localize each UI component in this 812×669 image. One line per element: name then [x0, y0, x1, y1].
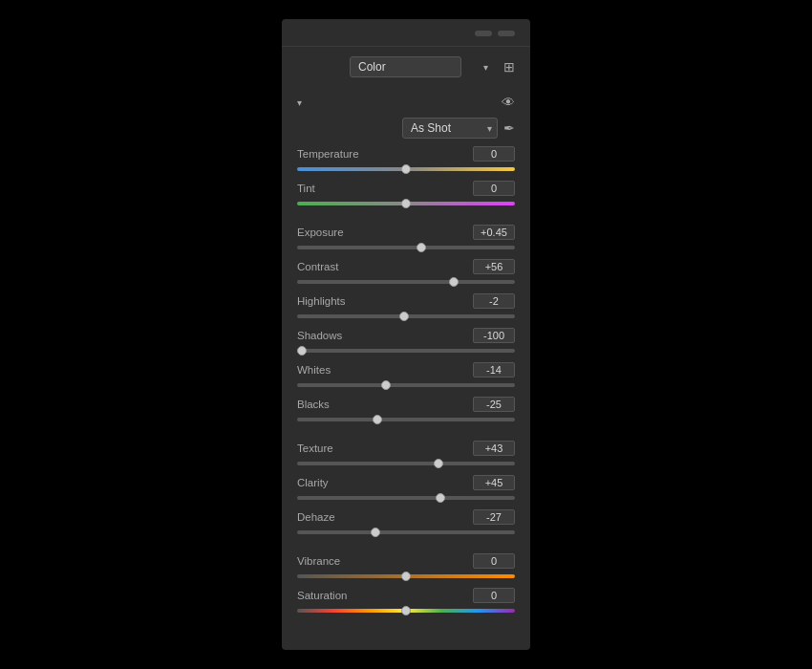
slider-track-row-vibrance[interactable]: [297, 571, 515, 582]
grid-icon[interactable]: ⊞: [503, 59, 515, 75]
slider-row-contrast: Contrast: [297, 259, 515, 288]
slider-track-clarity: [297, 496, 515, 500]
slider-value-contrast[interactable]: [473, 259, 515, 274]
slider-track-dehaze: [297, 530, 515, 534]
slider-track-contrast: [297, 280, 515, 284]
slider-track-exposure: [297, 246, 515, 249]
bw-button[interactable]: [498, 31, 515, 36]
basic-section: ▾ 👁 As Shot Auto Daylight ✒ TemperatureT…: [282, 87, 530, 626]
white-balance-controls: As Shot Auto Daylight ✒: [402, 118, 515, 139]
slider-value-tint[interactable]: [473, 181, 515, 196]
slider-track-row-tint[interactable]: [297, 198, 515, 209]
slider-track-row-temperature[interactable]: [297, 163, 515, 175]
panel-header: [282, 19, 530, 47]
eye-icon[interactable]: 👁: [502, 95, 515, 110]
slider-thumb-saturation[interactable]: [401, 606, 411, 615]
slider-value-clarity[interactable]: [473, 475, 515, 490]
slider-top-vibrance: Vibrance: [297, 553, 515, 569]
profile-select[interactable]: Color Adobe Standard Monochrome: [350, 56, 461, 77]
slider-label-highlights: Highlights: [297, 295, 346, 307]
slider-top-whites: Whites: [297, 362, 515, 378]
slider-thumb-texture[interactable]: [434, 459, 443, 468]
slider-thumb-vibrance[interactable]: [401, 572, 411, 581]
slider-track-row-exposure[interactable]: [297, 242, 515, 253]
slider-thumb-temperature[interactable]: [401, 164, 411, 174]
slider-top-texture: Texture: [297, 441, 515, 456]
slider-top-highlights: Highlights: [297, 293, 515, 309]
slider-value-vibrance[interactable]: [473, 553, 515, 569]
slider-thumb-exposure[interactable]: [417, 243, 426, 252]
slider-label-contrast: Contrast: [297, 261, 338, 272]
slider-top-tint: Tint: [297, 181, 515, 196]
section-title-row: ▾: [297, 97, 308, 108]
slider-track-row-contrast[interactable]: [297, 276, 515, 288]
slider-track-row-highlights[interactable]: [297, 311, 515, 322]
slider-row-shadows: Shadows: [297, 328, 515, 356]
spacer-texture: [297, 431, 515, 441]
slider-track-row-shadows[interactable]: [297, 345, 515, 356]
slider-top-contrast: Contrast: [297, 259, 515, 274]
slider-top-dehaze: Dehaze: [297, 509, 515, 525]
slider-value-blacks[interactable]: [473, 397, 515, 412]
spacer-vibrance: [297, 544, 515, 553]
slider-track-row-clarity[interactable]: [297, 492, 515, 504]
profile-select-wrapper: Color Adobe Standard Monochrome: [350, 56, 494, 77]
slider-track-texture: [297, 462, 515, 465]
slider-value-exposure[interactable]: [473, 225, 515, 240]
edit-panel: Color Adobe Standard Monochrome ⊞ ▾ 👁 As…: [282, 19, 530, 650]
slider-thumb-clarity[interactable]: [436, 493, 445, 503]
slider-label-temperature: Temperature: [297, 148, 359, 160]
slider-row-highlights: Highlights: [297, 293, 515, 322]
slider-value-shadows[interactable]: [473, 328, 515, 343]
slider-label-clarity: Clarity: [297, 477, 329, 488]
slider-value-dehaze[interactable]: [473, 509, 515, 525]
spacer-exposure: [297, 215, 515, 225]
slider-track-row-blacks[interactable]: [297, 414, 515, 425]
slider-value-saturation[interactable]: [473, 588, 515, 603]
slider-row-blacks: Blacks: [297, 397, 515, 425]
slider-thumb-tint[interactable]: [401, 199, 411, 208]
slider-value-texture[interactable]: [473, 441, 515, 456]
section-header: ▾ 👁: [297, 95, 515, 110]
slider-track-row-texture[interactable]: [297, 458, 515, 469]
slider-track-row-saturation[interactable]: [297, 605, 515, 616]
slider-row-clarity: Clarity: [297, 475, 515, 504]
slider-top-blacks: Blacks: [297, 397, 515, 412]
slider-value-highlights[interactable]: [473, 293, 515, 309]
header-buttons: [475, 31, 515, 36]
slider-row-saturation: Saturation: [297, 588, 515, 616]
slider-row-dehaze: Dehaze: [297, 509, 515, 538]
slider-row-temperature: Temperature: [297, 146, 515, 175]
sliders-container: TemperatureTintExposureContrastHighlight…: [297, 146, 515, 616]
slider-label-shadows: Shadows: [297, 330, 342, 341]
slider-track-row-dehaze[interactable]: [297, 527, 515, 538]
slider-row-vibrance: Vibrance: [297, 553, 515, 582]
profile-row: Color Adobe Standard Monochrome ⊞: [282, 47, 530, 87]
slider-top-exposure: Exposure: [297, 225, 515, 240]
eyedropper-icon[interactable]: ✒: [503, 120, 515, 136]
slider-track-whites: [297, 383, 515, 387]
wb-select[interactable]: As Shot Auto Daylight: [402, 118, 498, 139]
slider-top-temperature: Temperature: [297, 146, 515, 162]
slider-value-whites[interactable]: [473, 362, 515, 378]
slider-track-shadows: [297, 349, 515, 353]
slider-row-tint: Tint: [297, 181, 515, 209]
slider-label-texture: Texture: [297, 442, 333, 454]
slider-thumb-whites[interactable]: [381, 380, 391, 390]
slider-top-saturation: Saturation: [297, 588, 515, 603]
slider-value-temperature[interactable]: [473, 146, 515, 162]
slider-label-tint: Tint: [297, 183, 315, 194]
slider-thumb-contrast[interactable]: [449, 277, 459, 287]
collapse-arrow-icon[interactable]: ▾: [297, 97, 302, 108]
slider-thumb-blacks[interactable]: [373, 415, 382, 424]
slider-label-exposure: Exposure: [297, 227, 344, 238]
slider-thumb-highlights[interactable]: [399, 312, 409, 321]
slider-row-exposure: Exposure: [297, 225, 515, 253]
auto-button[interactable]: [475, 31, 492, 36]
slider-thumb-dehaze[interactable]: [371, 528, 380, 537]
slider-thumb-shadows[interactable]: [297, 346, 307, 356]
slider-top-clarity: Clarity: [297, 475, 515, 490]
slider-label-blacks: Blacks: [297, 399, 330, 410]
slider-track-row-whites[interactable]: [297, 379, 515, 391]
white-balance-row: As Shot Auto Daylight ✒: [297, 118, 515, 139]
